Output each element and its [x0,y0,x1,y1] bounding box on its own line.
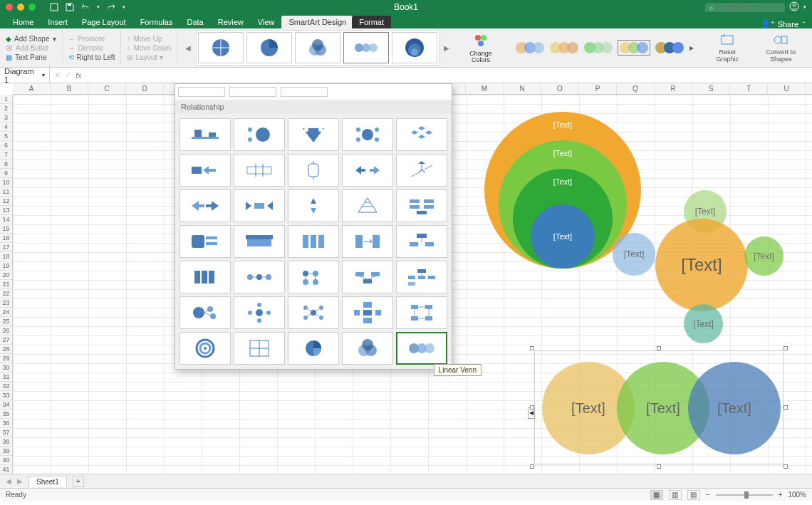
row-header[interactable]: 16 [0,234,12,243]
autosave-toggle-icon[interactable] [50,3,58,11]
column-header[interactable]: O [541,83,579,94]
dp-top-1[interactable] [178,87,225,97]
color-gallery-more-icon[interactable]: ▶ [689,45,694,51]
column-header[interactable]: S [692,83,730,94]
tab-formulas[interactable]: Formulas [133,16,180,28]
right-to-left-button[interactable]: ⟲Right to Left [68,53,115,61]
layout-dropdown-item[interactable] [396,296,447,329]
row-header[interactable]: 32 [0,382,12,391]
column-header[interactable]: N [504,83,541,94]
row-header[interactable]: 13 [0,206,12,215]
row-header[interactable]: 22 [0,289,12,298]
layout-dropdown-item[interactable] [179,261,231,293]
toolbar-more-icon[interactable]: ▾ [803,4,806,10]
layout-dropdown-item[interactable] [342,225,393,258]
row-header[interactable]: 33 [0,391,12,400]
linear-venn-circle-3[interactable]: [Text] [688,362,781,454]
layout-dropdown-item[interactable] [288,296,339,329]
row-header[interactable]: 25 [0,317,12,326]
layout-dropdown-item[interactable] [234,189,285,222]
add-shape-button[interactable]: ◆Add Shape ▾ [6,35,56,43]
row-header[interactable]: 3 [0,113,12,123]
user-icon[interactable] [789,1,799,13]
row-header[interactable]: 28 [0,345,12,354]
row-header[interactable]: 29 [0,354,12,363]
tab-view[interactable]: View [251,16,282,28]
color-variant-2[interactable] [550,42,578,53]
layout-option-4[interactable] [343,32,389,63]
smartart-bubble-cluster[interactable]: [Text] [Text] [Text] [Text] [Text] [613,190,791,347]
layout-dropdown-item[interactable] [179,154,231,187]
layout-dropdown-item[interactable] [288,154,339,187]
bubble-2[interactable]: [Text] [613,233,655,276]
zoom-out-button[interactable]: − [706,491,710,499]
column-header[interactable]: Q [617,83,655,94]
row-header[interactable]: 21 [0,280,12,289]
layout-dropdown-item[interactable] [179,332,231,365]
layout-dropdown-item[interactable] [288,332,339,365]
accept-formula-icon[interactable]: ✓ [65,71,71,80]
row-header[interactable]: 24 [0,308,12,317]
row-header[interactable]: 37 [0,428,12,437]
row-header[interactable]: 4 [0,123,12,132]
layout-dropdown-item[interactable] [342,332,393,365]
layout-dropdown-item[interactable] [396,154,447,187]
layout-dropdown-item[interactable] [234,332,285,365]
layout-dropdown-item[interactable] [396,225,447,258]
layout-dropdown-item[interactable] [396,189,447,222]
layout-dropdown-item[interactable] [342,189,393,222]
row-header[interactable]: 14 [0,215,12,224]
tab-insert[interactable]: Insert [41,16,75,28]
row-header[interactable]: 40 [0,456,12,465]
redo-dropdown-icon[interactable]: ▾ [123,4,125,10]
formula-bar-input[interactable] [86,70,812,80]
zoom-level-label[interactable]: 100% [788,491,806,499]
dp-top-3[interactable] [281,87,328,97]
share-button[interactable]: 👤⁺ Share ⌃ [761,19,806,28]
stacked-venn-text-4[interactable]: [Text] [553,232,572,241]
add-bullet-button[interactable]: ⦿Add Bullet [6,44,56,52]
row-header[interactable]: 27 [0,335,12,345]
cancel-formula-icon[interactable]: ✕ [54,71,61,80]
tab-data[interactable]: Data [179,16,210,28]
change-colors-button[interactable]: Change Colors [460,32,501,63]
redo-icon[interactable] [107,3,115,11]
undo-dropdown-icon[interactable]: ▾ [97,4,100,10]
row-header[interactable]: 36 [0,419,12,428]
color-variant-1[interactable] [516,42,544,53]
row-header[interactable]: 12 [0,197,12,206]
sheet-nav-prev-icon[interactable]: ▶ [17,477,23,485]
add-sheet-button[interactable]: + [73,476,84,487]
row-header[interactable]: 30 [0,363,12,373]
layout-dropdown-item[interactable] [234,225,285,258]
color-variant-5[interactable] [655,42,684,53]
row-header[interactable]: 20 [0,271,12,280]
layout-dropdown-item[interactable] [234,118,285,151]
convert-to-shapes-button[interactable]: Convert to Shapes [756,33,806,63]
row-header[interactable]: 41 [0,465,12,474]
row-header[interactable]: 2 [0,104,12,113]
fx-icon[interactable]: fx [76,71,82,80]
column-header[interactable]: B [51,83,88,94]
row-header[interactable]: 31 [0,373,12,382]
layout-dropdown-item[interactable] [342,118,393,151]
save-icon[interactable] [66,3,74,11]
window-maximize-button[interactable] [28,4,36,11]
smartart-linear-venn[interactable]: ◀ [Text] [Text] [Text] [534,350,784,464]
zoom-slider[interactable] [716,494,773,496]
row-header[interactable]: 39 [0,447,12,456]
search-sheet-box[interactable]: ⌕ [705,3,785,12]
row-header[interactable]: 23 [0,298,12,308]
row-header[interactable]: 26 [0,326,12,335]
view-page-layout-icon[interactable]: ▥ [669,490,682,500]
column-header[interactable]: A [13,83,51,94]
row-header[interactable]: 11 [0,187,12,197]
layout-dropdown-item[interactable] [288,189,339,222]
layout-gallery-next[interactable]: ▶ [442,32,452,63]
dp-top-2[interactable] [229,87,276,97]
layout-dropdown-item[interactable] [288,261,339,293]
row-header[interactable]: 35 [0,410,12,419]
move-up-button[interactable]: ↑Move Up [127,35,171,43]
column-header[interactable]: R [655,83,692,94]
row-header[interactable]: 19 [0,261,12,271]
